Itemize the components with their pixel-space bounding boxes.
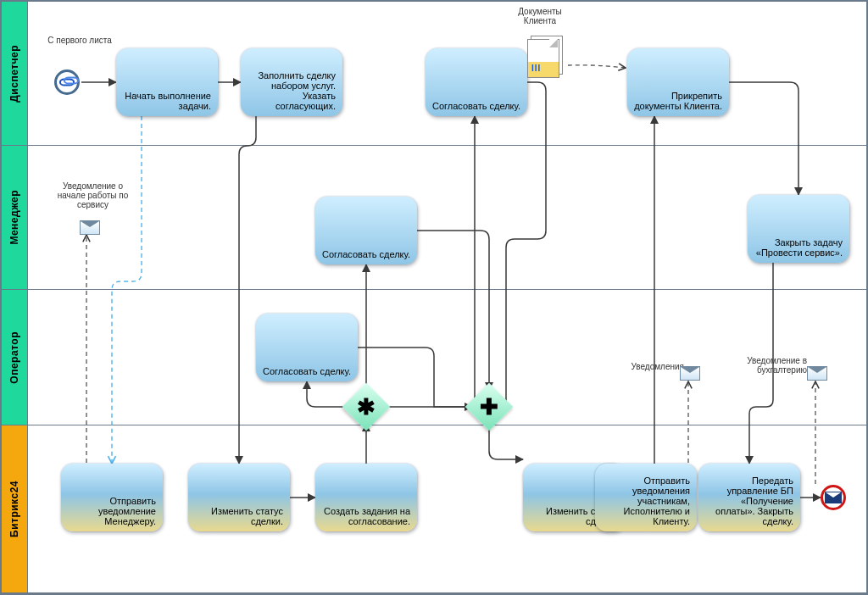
task-b5-send-notifications[interactable]: Отправить уведомления участникам, Исполн… (595, 464, 697, 531)
task-b3-create-approvals[interactable]: Создать задания на согласование. (315, 464, 417, 531)
task-b2-status[interactable]: Изменить статус сделки. (188, 464, 290, 531)
task-d4-attach-docs[interactable]: Прикрепить документы Клиента. (627, 48, 729, 116)
lane-label-manager: Менеджер (8, 190, 20, 245)
lane-header-bitrix: Битрикс24 (2, 425, 28, 592)
lane-label-operator: Оператор (8, 331, 20, 384)
gateway-complex[interactable]: ✱ (342, 383, 391, 431)
gateway-complex-symbol: ✱ (349, 390, 383, 424)
gateway-parallel[interactable]: ✚ (465, 383, 514, 431)
label-notice-service-start: Уведомление о начале работы по сервису (53, 181, 133, 209)
gateway-parallel-symbol: ✚ (472, 390, 506, 424)
start-link-event[interactable] (54, 70, 80, 95)
lane-label-dispatcher: Диспетчер (8, 45, 20, 103)
task-o1-approve[interactable]: Согласовать сделку. (256, 314, 358, 381)
end-message-event[interactable] (821, 485, 846, 510)
link-icon (59, 79, 75, 86)
document-icon[interactable]: III (527, 36, 565, 73)
lane-operator: Оператор (2, 290, 866, 425)
task-m2-close[interactable]: Закрыть задачу «Провести сервис». (748, 195, 849, 263)
label-client-documents: Документы Клиента (502, 7, 578, 25)
message-icon-manager (80, 220, 100, 235)
task-b6-transfer-bp[interactable]: Передать управление БП «Получение оплаты… (698, 464, 800, 531)
label-from-first-sheet: С первого листа (46, 36, 114, 45)
label-notice-accounting: Уведомление в бухгалтерию (739, 356, 807, 375)
message-icon-accounting (807, 366, 827, 381)
lane-header-dispatcher: Диспетчер (2, 2, 28, 145)
task-d2-fill-deal[interactable]: Заполнить сделку набором услуг. Указать … (241, 48, 342, 116)
task-d3-approve[interactable]: Согласовать сделку. (426, 48, 527, 116)
envelope-icon (825, 492, 842, 503)
lane-manager: Менеджер (2, 146, 866, 290)
message-icon-notifications (680, 366, 700, 381)
task-b1-notify-manager[interactable]: Отправить уведомление Менеджеру. (61, 464, 163, 531)
bpmn-diagram: Диспетчер Менеджер Оператор Битрикс24 (0, 0, 868, 595)
task-m1-approve[interactable]: Согласовать сделку. (315, 197, 417, 264)
task-d1-start[interactable]: Начать выполнение задачи. (116, 48, 218, 116)
lane-header-manager: Менеджер (2, 146, 28, 289)
lane-label-bitrix: Битрикс24 (8, 481, 20, 537)
lane-header-operator: Оператор (2, 290, 28, 425)
label-notifications: Уведомления (616, 362, 684, 371)
